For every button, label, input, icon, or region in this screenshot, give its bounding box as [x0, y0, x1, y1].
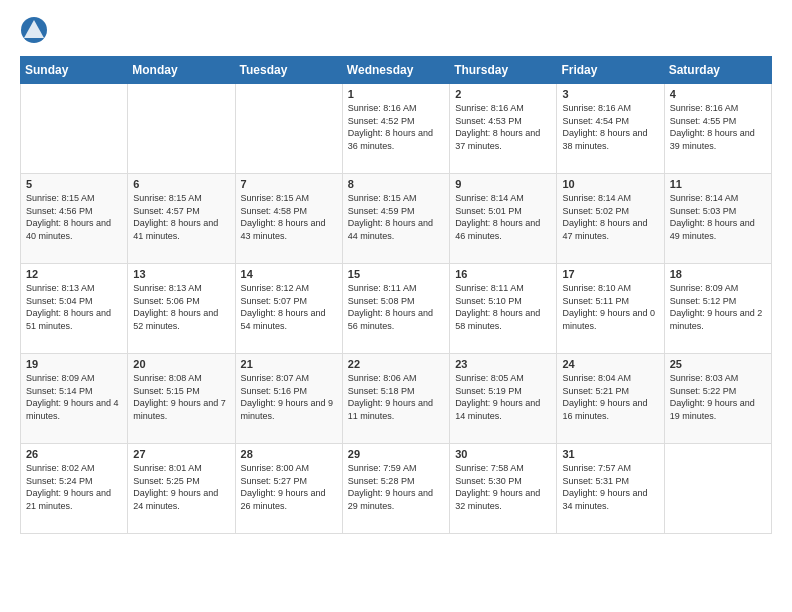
day-info: Sunrise: 8:15 AMSunset: 4:59 PMDaylight:…: [348, 192, 444, 242]
day-info: Sunrise: 8:04 AMSunset: 5:21 PMDaylight:…: [562, 372, 658, 422]
calendar-cell: 14 Sunrise: 8:12 AMSunset: 5:07 PMDaylig…: [235, 264, 342, 354]
day-number: 16: [455, 268, 551, 280]
day-info: Sunrise: 8:16 AMSunset: 4:52 PMDaylight:…: [348, 102, 444, 152]
day-info: Sunrise: 8:02 AMSunset: 5:24 PMDaylight:…: [26, 462, 122, 512]
calendar-cell: 23 Sunrise: 8:05 AMSunset: 5:19 PMDaylig…: [450, 354, 557, 444]
calendar-cell: 15 Sunrise: 8:11 AMSunset: 5:08 PMDaylig…: [342, 264, 449, 354]
day-number: 25: [670, 358, 766, 370]
day-number: 17: [562, 268, 658, 280]
calendar-cell: 10 Sunrise: 8:14 AMSunset: 5:02 PMDaylig…: [557, 174, 664, 264]
weekday-header-monday: Monday: [128, 57, 235, 84]
calendar-cell: [235, 84, 342, 174]
calendar-cell: 3 Sunrise: 8:16 AMSunset: 4:54 PMDayligh…: [557, 84, 664, 174]
day-info: Sunrise: 8:16 AMSunset: 4:54 PMDaylight:…: [562, 102, 658, 152]
day-info: Sunrise: 8:15 AMSunset: 4:56 PMDaylight:…: [26, 192, 122, 242]
weekday-header-thursday: Thursday: [450, 57, 557, 84]
calendar-cell: 25 Sunrise: 8:03 AMSunset: 5:22 PMDaylig…: [664, 354, 771, 444]
calendar-cell: 5 Sunrise: 8:15 AMSunset: 4:56 PMDayligh…: [21, 174, 128, 264]
day-number: 30: [455, 448, 551, 460]
day-number: 21: [241, 358, 337, 370]
calendar-week-row: 26 Sunrise: 8:02 AMSunset: 5:24 PMDaylig…: [21, 444, 772, 534]
calendar-week-row: 5 Sunrise: 8:15 AMSunset: 4:56 PMDayligh…: [21, 174, 772, 264]
day-info: Sunrise: 8:15 AMSunset: 4:58 PMDaylight:…: [241, 192, 337, 242]
day-info: Sunrise: 8:05 AMSunset: 5:19 PMDaylight:…: [455, 372, 551, 422]
day-number: 10: [562, 178, 658, 190]
day-number: 19: [26, 358, 122, 370]
day-number: 18: [670, 268, 766, 280]
day-info: Sunrise: 8:14 AMSunset: 5:03 PMDaylight:…: [670, 192, 766, 242]
calendar-cell: 24 Sunrise: 8:04 AMSunset: 5:21 PMDaylig…: [557, 354, 664, 444]
day-info: Sunrise: 8:00 AMSunset: 5:27 PMDaylight:…: [241, 462, 337, 512]
calendar-cell: 22 Sunrise: 8:06 AMSunset: 5:18 PMDaylig…: [342, 354, 449, 444]
calendar-week-row: 12 Sunrise: 8:13 AMSunset: 5:04 PMDaylig…: [21, 264, 772, 354]
day-info: Sunrise: 7:57 AMSunset: 5:31 PMDaylight:…: [562, 462, 658, 512]
day-info: Sunrise: 8:13 AMSunset: 5:04 PMDaylight:…: [26, 282, 122, 332]
day-number: 4: [670, 88, 766, 100]
calendar-cell: 1 Sunrise: 8:16 AMSunset: 4:52 PMDayligh…: [342, 84, 449, 174]
day-info: Sunrise: 8:11 AMSunset: 5:10 PMDaylight:…: [455, 282, 551, 332]
day-info: Sunrise: 8:07 AMSunset: 5:16 PMDaylight:…: [241, 372, 337, 422]
calendar-cell: 28 Sunrise: 8:00 AMSunset: 5:27 PMDaylig…: [235, 444, 342, 534]
weekday-header-friday: Friday: [557, 57, 664, 84]
day-number: 31: [562, 448, 658, 460]
day-number: 23: [455, 358, 551, 370]
calendar-cell: 31 Sunrise: 7:57 AMSunset: 5:31 PMDaylig…: [557, 444, 664, 534]
calendar-cell: [128, 84, 235, 174]
day-info: Sunrise: 8:03 AMSunset: 5:22 PMDaylight:…: [670, 372, 766, 422]
day-info: Sunrise: 8:16 AMSunset: 4:53 PMDaylight:…: [455, 102, 551, 152]
calendar-cell: 7 Sunrise: 8:15 AMSunset: 4:58 PMDayligh…: [235, 174, 342, 264]
weekday-header-sunday: Sunday: [21, 57, 128, 84]
day-number: 12: [26, 268, 122, 280]
calendar-cell: 19 Sunrise: 8:09 AMSunset: 5:14 PMDaylig…: [21, 354, 128, 444]
weekday-header-saturday: Saturday: [664, 57, 771, 84]
day-info: Sunrise: 8:13 AMSunset: 5:06 PMDaylight:…: [133, 282, 229, 332]
day-number: 13: [133, 268, 229, 280]
calendar-cell: 12 Sunrise: 8:13 AMSunset: 5:04 PMDaylig…: [21, 264, 128, 354]
calendar-cell: 16 Sunrise: 8:11 AMSunset: 5:10 PMDaylig…: [450, 264, 557, 354]
calendar-cell: 17 Sunrise: 8:10 AMSunset: 5:11 PMDaylig…: [557, 264, 664, 354]
day-number: 15: [348, 268, 444, 280]
page: SundayMondayTuesdayWednesdayThursdayFrid…: [0, 0, 792, 550]
day-info: Sunrise: 8:01 AMSunset: 5:25 PMDaylight:…: [133, 462, 229, 512]
calendar-table: SundayMondayTuesdayWednesdayThursdayFrid…: [20, 56, 772, 534]
day-number: 6: [133, 178, 229, 190]
day-number: 26: [26, 448, 122, 460]
calendar-cell: 18 Sunrise: 8:09 AMSunset: 5:12 PMDaylig…: [664, 264, 771, 354]
calendar-cell: [21, 84, 128, 174]
calendar-week-row: 1 Sunrise: 8:16 AMSunset: 4:52 PMDayligh…: [21, 84, 772, 174]
weekday-header-row: SundayMondayTuesdayWednesdayThursdayFrid…: [21, 57, 772, 84]
day-number: 1: [348, 88, 444, 100]
day-info: Sunrise: 8:06 AMSunset: 5:18 PMDaylight:…: [348, 372, 444, 422]
header: [20, 16, 772, 44]
day-info: Sunrise: 8:08 AMSunset: 5:15 PMDaylight:…: [133, 372, 229, 422]
day-info: Sunrise: 8:11 AMSunset: 5:08 PMDaylight:…: [348, 282, 444, 332]
calendar-cell: 30 Sunrise: 7:58 AMSunset: 5:30 PMDaylig…: [450, 444, 557, 534]
day-info: Sunrise: 8:14 AMSunset: 5:02 PMDaylight:…: [562, 192, 658, 242]
day-info: Sunrise: 8:14 AMSunset: 5:01 PMDaylight:…: [455, 192, 551, 242]
calendar-cell: 26 Sunrise: 8:02 AMSunset: 5:24 PMDaylig…: [21, 444, 128, 534]
day-number: 11: [670, 178, 766, 190]
day-info: Sunrise: 8:09 AMSunset: 5:12 PMDaylight:…: [670, 282, 766, 332]
calendar-cell: 8 Sunrise: 8:15 AMSunset: 4:59 PMDayligh…: [342, 174, 449, 264]
day-number: 8: [348, 178, 444, 190]
calendar-cell: 20 Sunrise: 8:08 AMSunset: 5:15 PMDaylig…: [128, 354, 235, 444]
day-info: Sunrise: 8:15 AMSunset: 4:57 PMDaylight:…: [133, 192, 229, 242]
weekday-header-tuesday: Tuesday: [235, 57, 342, 84]
day-number: 24: [562, 358, 658, 370]
logo: [20, 16, 52, 44]
calendar-cell: 2 Sunrise: 8:16 AMSunset: 4:53 PMDayligh…: [450, 84, 557, 174]
day-info: Sunrise: 7:58 AMSunset: 5:30 PMDaylight:…: [455, 462, 551, 512]
calendar-cell: 13 Sunrise: 8:13 AMSunset: 5:06 PMDaylig…: [128, 264, 235, 354]
day-number: 27: [133, 448, 229, 460]
calendar-cell: 9 Sunrise: 8:14 AMSunset: 5:01 PMDayligh…: [450, 174, 557, 264]
day-info: Sunrise: 8:12 AMSunset: 5:07 PMDaylight:…: [241, 282, 337, 332]
day-info: Sunrise: 8:16 AMSunset: 4:55 PMDaylight:…: [670, 102, 766, 152]
calendar-cell: 27 Sunrise: 8:01 AMSunset: 5:25 PMDaylig…: [128, 444, 235, 534]
day-number: 7: [241, 178, 337, 190]
calendar-cell: [664, 444, 771, 534]
calendar-cell: 4 Sunrise: 8:16 AMSunset: 4:55 PMDayligh…: [664, 84, 771, 174]
day-number: 20: [133, 358, 229, 370]
logo-icon: [20, 16, 48, 44]
day-info: Sunrise: 8:10 AMSunset: 5:11 PMDaylight:…: [562, 282, 658, 332]
day-number: 2: [455, 88, 551, 100]
